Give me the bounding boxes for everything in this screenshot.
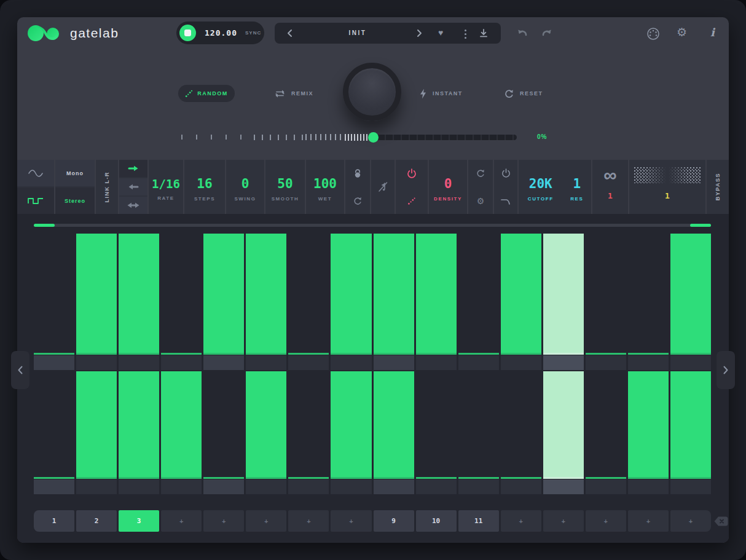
step-bottom-6[interactable] [246, 371, 286, 494]
step-offset-box[interactable] [34, 479, 74, 494]
loop-cell[interactable]: ∞ 1 [592, 160, 628, 214]
add-pattern-button[interactable]: + [246, 510, 286, 532]
step-bar-zone[interactable] [34, 371, 74, 477]
link-lr-button[interactable]: LINK L-R [96, 160, 118, 214]
settings-gear-icon[interactable]: ⚙ [677, 26, 687, 38]
preset-name[interactable]: INIT [312, 23, 404, 44]
step-bar-zone[interactable] [374, 371, 414, 477]
step-top-7[interactable] [288, 234, 329, 370]
step-offset-box[interactable] [501, 355, 541, 370]
step-bar-zone[interactable] [501, 371, 541, 477]
step-bar-zone[interactable] [628, 234, 669, 353]
stereo-button[interactable]: Stereo [55, 187, 95, 214]
step-bottom-13[interactable] [543, 371, 584, 494]
step-top-14[interactable] [586, 234, 626, 370]
wet-cell[interactable]: 100 WET [306, 160, 344, 214]
gate-bar[interactable] [670, 234, 711, 353]
clear-pattern-button[interactable] [713, 516, 729, 527]
step-offset-box[interactable] [34, 355, 74, 370]
swing-cell[interactable]: 0 SWING [226, 160, 264, 214]
step-bottom-10[interactable] [416, 371, 457, 494]
step-offset-box[interactable] [76, 479, 117, 494]
variation-cell[interactable]: 1 [629, 160, 705, 214]
gate-bar[interactable] [119, 371, 159, 477]
add-pattern-button[interactable]: + [501, 510, 541, 532]
gate-bar[interactable] [161, 371, 202, 477]
gate-bar-playhead[interactable] [543, 234, 584, 353]
page-next-tab[interactable] [717, 351, 735, 389]
step-bar-zone[interactable] [331, 234, 371, 353]
pattern-button-11[interactable]: 11 [458, 510, 499, 532]
step-top-4[interactable] [161, 234, 202, 370]
step-top-13[interactable] [543, 234, 584, 370]
step-offset-box[interactable] [586, 355, 626, 370]
midi-settings-icon[interactable] [646, 27, 660, 41]
step-bottom-14[interactable] [586, 371, 626, 494]
loop-start-handle[interactable] [34, 224, 55, 227]
step-offset-box[interactable] [416, 479, 457, 494]
step-offset-box[interactable] [203, 355, 244, 370]
gate-bar[interactable] [416, 234, 457, 353]
sine-wave-button[interactable] [17, 160, 54, 186]
add-pattern-button[interactable]: + [543, 510, 584, 532]
step-bar-zone[interactable] [288, 371, 329, 477]
mono-button[interactable]: Mono [55, 160, 95, 186]
step-top-15[interactable] [628, 234, 669, 370]
step-offset-box[interactable] [543, 479, 584, 494]
step-offset-box[interactable] [161, 479, 202, 494]
step-bar-zone[interactable] [34, 234, 74, 353]
step-top-8[interactable] [331, 234, 371, 370]
step-offset-box[interactable] [458, 479, 499, 494]
step-bottom-9[interactable] [374, 371, 414, 494]
filter-type-button[interactable] [494, 187, 517, 214]
step-bar-zone[interactable] [543, 371, 584, 477]
step-bar-zone[interactable] [416, 234, 457, 353]
stop-button[interactable] [179, 25, 196, 41]
step-top-1[interactable] [34, 234, 74, 370]
gate-bar[interactable] [119, 234, 159, 353]
step-bar-zone[interactable] [458, 371, 499, 477]
density-random-button[interactable] [396, 187, 428, 214]
step-bar-zone[interactable] [119, 234, 159, 353]
random-button[interactable]: RANDOM [178, 85, 235, 102]
add-pattern-button[interactable]: + [288, 510, 329, 532]
step-bar-zone[interactable] [203, 234, 244, 353]
step-top-6[interactable] [246, 234, 286, 370]
step-offset-box[interactable] [331, 479, 371, 494]
add-pattern-button[interactable]: + [628, 510, 669, 532]
step-offset-box[interactable] [670, 479, 711, 494]
step-bar-zone[interactable] [458, 234, 499, 353]
step-offset-box[interactable] [670, 355, 711, 370]
step-offset-box[interactable] [246, 479, 286, 494]
step-offset-box[interactable] [288, 355, 329, 370]
step-top-5[interactable] [203, 234, 244, 370]
gate-bar[interactable] [331, 234, 371, 353]
step-top-9[interactable] [374, 234, 414, 370]
rate-cell[interactable]: 1/16 RATE [149, 160, 183, 214]
pattern-button-3[interactable]: 3 [119, 510, 159, 532]
add-pattern-button[interactable]: + [203, 510, 244, 532]
add-pattern-button[interactable]: + [331, 510, 371, 532]
favorite-heart-icon[interactable]: ♥ [438, 28, 443, 37]
step-bottom-11[interactable] [458, 371, 499, 494]
gate-bar[interactable] [246, 234, 286, 353]
gate-bar[interactable] [76, 371, 117, 477]
preset-next-button[interactable] [414, 28, 425, 39]
reset-button[interactable]: RESET [504, 85, 543, 102]
step-bar-zone[interactable] [670, 234, 711, 353]
step-bottom-15[interactable] [628, 371, 669, 494]
step-offset-box[interactable] [501, 479, 541, 494]
gate-bar[interactable] [203, 234, 244, 353]
step-bar-zone[interactable] [161, 234, 202, 353]
step-offset-box[interactable] [288, 479, 329, 494]
step-bar-zone[interactable] [501, 234, 541, 353]
step-bar-zone[interactable] [586, 234, 626, 353]
step-offset-box[interactable] [374, 479, 414, 494]
randomizer-amount-slider[interactable] [181, 132, 517, 143]
step-offset-box[interactable] [119, 355, 159, 370]
step-bottom-8[interactable] [331, 371, 371, 494]
step-bar-zone[interactable] [76, 234, 117, 353]
gate-bar[interactable] [246, 371, 286, 477]
reroll-button[interactable] [345, 187, 370, 214]
density-cell[interactable]: 0 DENSITY [429, 160, 467, 214]
